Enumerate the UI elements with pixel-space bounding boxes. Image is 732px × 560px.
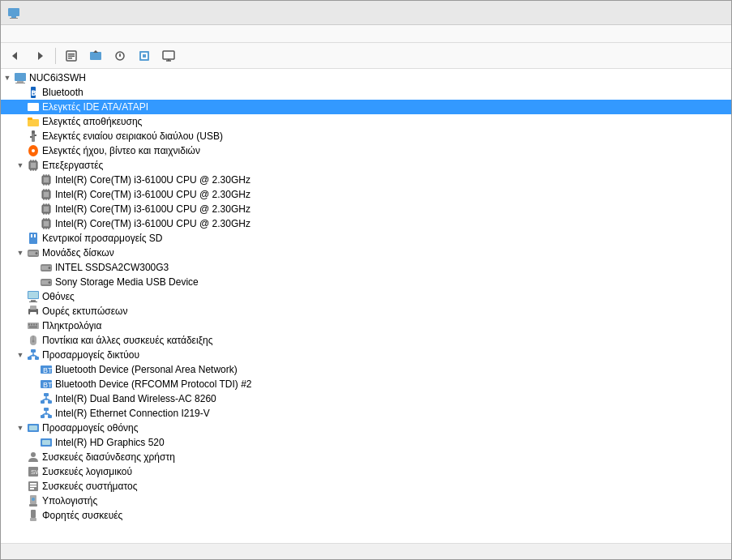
minimize-button[interactable]	[613, 1, 650, 25]
scan-button[interactable]	[109, 45, 131, 66]
tree-expander[interactable]	[27, 435, 40, 450]
menu-file[interactable]	[1, 25, 14, 42]
tree-expander[interactable]: ▼	[14, 348, 27, 362]
tree-expander[interactable]	[14, 100, 27, 114]
svg-rect-90	[31, 300, 36, 301]
keyboard-icon	[27, 319, 40, 332]
tree-item-label: Bluetooth	[42, 87, 83, 98]
audio-icon	[27, 144, 40, 157]
tree-expander[interactable]	[14, 464, 27, 479]
tree-item[interactable]: Intel(R) Core(TM) i3-6100U CPU @ 2.30GHz	[1, 187, 731, 202]
tree-expander[interactable]	[14, 85, 27, 100]
tree-expander[interactable]	[14, 450, 27, 464]
tree-item[interactable]: Ελεγκτές αποθήκευσης	[1, 114, 731, 129]
properties-button[interactable]	[60, 45, 83, 66]
tree-item[interactable]: ▼Προσαρμογείς δικτύου	[1, 348, 731, 362]
tree-item[interactable]: ▼Επεξεργαστές	[1, 158, 731, 173]
tree-item[interactable]: Ποντίκια και άλλες συσκευές κατάδειξης	[1, 333, 731, 348]
forward-button[interactable]	[28, 45, 51, 66]
show-hidden-button[interactable]	[133, 45, 156, 66]
tree-expander[interactable]	[14, 508, 27, 523]
tree-item[interactable]: ▼NUC6i3SWH	[1, 71, 731, 85]
maximize-button[interactable]	[650, 1, 687, 25]
svg-rect-106	[35, 357, 39, 360]
tree-item[interactable]: ▼Προσαρμογείς οθόνης	[1, 421, 731, 435]
tree-item-label: Κεντρικοί προσαρμογείς SD	[42, 233, 162, 244]
close-button[interactable]	[687, 1, 725, 25]
tree-item-label: Intel(R) Core(TM) i3-6100U CPU @ 2.30GHz	[55, 189, 250, 200]
tree-expander[interactable]: ▼	[14, 158, 27, 173]
tree-item[interactable]: Intel(R) Dual Band Wireless-AC 8260	[1, 391, 731, 406]
tree-expander[interactable]	[14, 231, 27, 246]
tree-expander[interactable]	[14, 143, 27, 158]
disk-icon	[27, 246, 40, 259]
tree-item[interactable]: Ελεγκτές ενιαίου σειριακού διαύλου (USB)	[1, 129, 731, 143]
window-controls	[613, 1, 725, 25]
tree-item[interactable]: Intel(R) HD Graphics 520	[1, 435, 731, 450]
tree-item[interactable]: Συσκευές συστήματος	[1, 479, 731, 494]
svg-rect-16	[143, 54, 146, 58]
tree-item[interactable]: INTEL SSDSA2CW300G3	[1, 260, 731, 275]
tree-item-label: Πληκτρολόγια	[42, 320, 101, 331]
svg-rect-33	[34, 135, 36, 136]
cpu-icon	[40, 203, 53, 216]
tree-expander[interactable]: ▼	[14, 246, 27, 260]
tree-item[interactable]: BTBluetooth Device (RFCOMM Protocol TDI)…	[1, 377, 731, 391]
menu-help[interactable]	[40, 25, 53, 42]
tree-expander[interactable]	[27, 216, 40, 231]
tree-expander[interactable]	[27, 187, 40, 202]
tree-item[interactable]: BTBluetooth Device (Personal Area Networ…	[1, 362, 731, 377]
tree-expander[interactable]	[27, 391, 40, 406]
tree-expander[interactable]	[27, 377, 40, 391]
tree-expander[interactable]	[14, 304, 27, 318]
tree-expander[interactable]	[27, 275, 40, 289]
tree-item[interactable]: Ελεγκτές ήχου, βίντεο και παιχνιδιών	[1, 143, 731, 158]
tree-item[interactable]: Intel(R) Ethernet Connection I219-V	[1, 406, 731, 421]
menu-view[interactable]	[27, 25, 40, 42]
tree-item[interactable]: Συσκευές διασύνδεσης χρήστη	[1, 450, 731, 464]
tree-expander[interactable]	[14, 479, 27, 494]
graphics-icon	[40, 436, 53, 449]
tree-expander[interactable]	[27, 362, 40, 377]
tree-expander[interactable]	[27, 260, 40, 275]
tree-item[interactable]: Κεντρικοί προσαρμογείς SD	[1, 231, 731, 246]
tree-item[interactable]: Intel(R) Core(TM) i3-6100U CPU @ 2.30GHz	[1, 173, 731, 187]
svg-rect-22	[15, 83, 25, 83]
tree-expander[interactable]	[14, 129, 27, 143]
tree-item[interactable]: Πληκτρολόγια	[1, 318, 731, 333]
tree-item[interactable]: Intel(R) Core(TM) i3-6100U CPU @ 2.30GHz	[1, 202, 731, 216]
tree-item[interactable]: Intel(R) Core(TM) i3-6100U CPU @ 2.30GHz	[1, 216, 731, 231]
tree-item[interactable]: Ελεγκτές IDE ATA/ATAPI	[1, 100, 731, 114]
tree-expander[interactable]	[14, 289, 27, 304]
tree-expander[interactable]	[14, 318, 27, 333]
network-icon	[40, 392, 53, 405]
cpu-icon	[27, 159, 40, 172]
tree-expander[interactable]	[14, 114, 27, 129]
tree-item[interactable]: ʙBluetooth	[1, 85, 731, 100]
monitor-button[interactable]	[157, 45, 180, 66]
tree-item-label: Ελεγκτές αποθήκευσης	[42, 116, 142, 127]
tree-item[interactable]: Υπολογιστής	[1, 494, 731, 508]
tree-expander[interactable]	[27, 202, 40, 216]
svg-rect-25	[28, 103, 39, 111]
tree-item[interactable]: SWΣυσκευές λογισμικού	[1, 464, 731, 479]
tree-item[interactable]: Sony Storage Media USB Device	[1, 275, 731, 289]
printer-icon	[27, 305, 40, 318]
tree-item[interactable]: Ουρές εκτυπώσεων	[1, 304, 731, 318]
back-button[interactable]	[4, 45, 27, 66]
tree-expander[interactable]	[27, 173, 40, 187]
tree-item[interactable]: Φορητές συσκευές	[1, 508, 731, 523]
cpu-icon	[40, 188, 53, 201]
device-tree[interactable]: ▼NUC6i3SWHʙBluetoothΕλεγκτές IDE ATA/ATA…	[1, 69, 731, 543]
tree-item[interactable]: ▼Μονάδες δίσκων	[1, 246, 731, 260]
menu-action[interactable]	[14, 25, 27, 42]
svg-marker-10	[93, 50, 98, 53]
tree-expander[interactable]	[14, 494, 27, 508]
tree-expander[interactable]: ▼	[1, 71, 14, 85]
tree-expander[interactable]	[27, 406, 40, 421]
tree-expander[interactable]	[14, 333, 27, 348]
tree-item[interactable]: Οθόνες	[1, 289, 731, 304]
update-driver-button[interactable]	[84, 45, 107, 66]
tree-expander[interactable]: ▼	[14, 421, 27, 435]
bt-device-icon: BT	[40, 378, 53, 391]
